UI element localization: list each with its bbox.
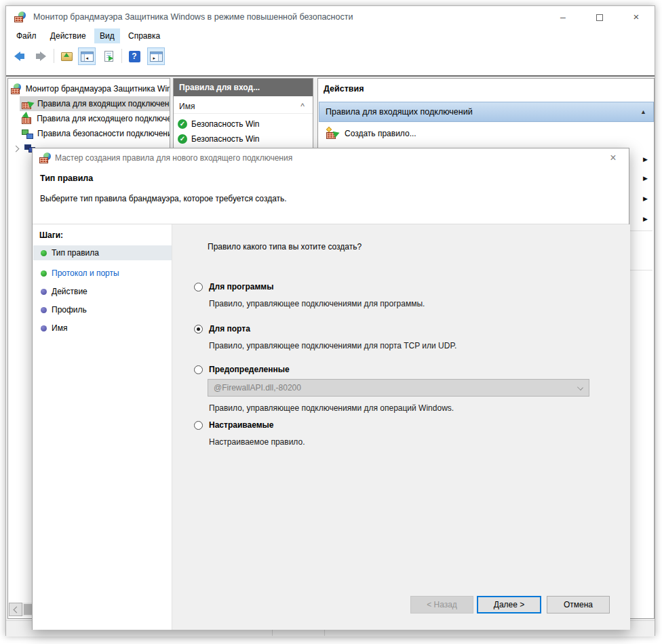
- tree-item-label: Правила безопасности подключения: [37, 129, 170, 138]
- step-bullet-icon: [41, 270, 47, 277]
- screen: Монитор брандмауэра Защитника Windows в …: [0, 0, 662, 644]
- outbound-rule-icon: [22, 114, 33, 124]
- console-tree-icon: ◂: [81, 52, 94, 62]
- submenu-arrow-icon: ▶: [643, 156, 648, 163]
- security-rules-icon: [22, 129, 33, 139]
- predefined-rules-dropdown[interactable]: @FirewallAPI.dll,-80200: [208, 379, 589, 397]
- firewall-icon: [14, 12, 26, 22]
- list-row[interactable]: ✓ Безопасность Win: [174, 132, 313, 146]
- tree-item-label: Правила для входящих подключений: [37, 99, 170, 108]
- menu-item-action[interactable]: Действие: [45, 28, 92, 43]
- option-desc-custom: Настраиваемое правило.: [209, 437, 305, 447]
- cancel-button[interactable]: Отмена: [547, 596, 610, 613]
- action-pane-icon: ▸: [150, 52, 163, 62]
- window-title: Монитор брандмауэра Защитника Windows в …: [33, 12, 353, 22]
- step-bullet-icon: [41, 250, 47, 256]
- question-text: Правило какого типа вы хотите создать?: [208, 242, 362, 251]
- minimize-button[interactable]: –: [545, 7, 581, 27]
- back-arrow-icon: [14, 52, 24, 61]
- tree-root[interactable]: Монитор брандмауэра Защитника Windows: [8, 81, 170, 96]
- radio-custom[interactable]: [194, 421, 203, 430]
- menubar: Файл Действие Вид Справка: [6, 28, 655, 45]
- option-label-custom[interactable]: Настраиваемые: [209, 420, 273, 430]
- radio-program[interactable]: [194, 283, 203, 291]
- page-subtitle: Выберите тип правила брандмауэра, которо…: [40, 194, 287, 203]
- chevron-left-icon: [14, 606, 20, 613]
- page-title: Тип правила: [40, 174, 93, 183]
- inbound-rule-icon: [22, 99, 33, 109]
- firewall-icon: [11, 83, 22, 94]
- column-header-name[interactable]: Имя ^: [174, 99, 313, 114]
- steps-panel: Шаги: Тип правила Протокол и порты Дейст…: [33, 224, 172, 630]
- up-level-button[interactable]: [58, 47, 75, 65]
- dialog-titlebar: Мастер создания правила для нового входя…: [33, 148, 629, 167]
- action-pane-toggle-button[interactable]: ▸: [147, 47, 165, 65]
- close-icon: ×: [634, 11, 640, 22]
- radio-predefined[interactable]: [194, 365, 203, 374]
- help-icon: ?: [129, 51, 140, 62]
- export-list-icon: [104, 51, 113, 62]
- expand-chevron-icon[interactable]: [13, 145, 20, 152]
- steps-label: Шаги:: [39, 230, 63, 240]
- step-label: Имя: [52, 323, 67, 333]
- menu-item-view[interactable]: Вид: [94, 28, 120, 43]
- console-tree-toggle-button[interactable]: ◂: [78, 47, 96, 65]
- submenu-arrow-icon: ▶: [643, 216, 648, 222]
- step-protocol-ports[interactable]: Протокол и порты: [33, 266, 172, 281]
- scroll-left-button[interactable]: [9, 603, 22, 616]
- step-name[interactable]: Имя: [33, 321, 172, 336]
- dropdown-value: @FirewallAPI.dll,-80200: [214, 383, 301, 393]
- radio-port[interactable]: [194, 325, 203, 334]
- step-label: Протокол и порты: [52, 268, 119, 278]
- action-label: Создать правило...: [345, 129, 416, 138]
- close-icon: ×: [610, 152, 616, 163]
- option-desc-program: Правило, управляющее подключениями для п…: [209, 299, 425, 308]
- actions-title: Действия: [324, 84, 364, 94]
- forward-arrow-icon: [36, 52, 46, 61]
- menu-item-file[interactable]: Файл: [11, 28, 42, 43]
- minimize-icon: –: [560, 12, 566, 22]
- actions-group-header[interactable]: Правила для входящих подключений ▲: [319, 102, 654, 122]
- collapse-icon[interactable]: ▲: [640, 108, 646, 115]
- dialog-title: Мастер создания правила для нового входя…: [55, 153, 292, 163]
- menu-item-help[interactable]: Справка: [123, 28, 166, 43]
- rule-name: Безопасность Win: [191, 119, 260, 129]
- folder-up-icon: [61, 52, 73, 61]
- tree-item-connection-security-rules[interactable]: Правила безопасности подключения: [8, 126, 170, 141]
- option-desc-predefined: Правило, управляющее подключениями для о…: [209, 403, 454, 413]
- actions-group-label: Правила для входящих подключений: [326, 107, 473, 117]
- option-desc-port: Правило, управляющее подключениями для п…: [209, 341, 456, 350]
- option-label-program[interactable]: Для программы: [209, 282, 273, 291]
- back-button[interactable]: < Назад: [410, 596, 473, 613]
- list-row[interactable]: ✓ Безопасность Win: [174, 117, 313, 132]
- step-rule-type[interactable]: Тип правила: [33, 245, 172, 260]
- export-list-button[interactable]: [100, 47, 117, 65]
- tree-item-inbound-rules[interactable]: Правила для входящих подключений: [8, 96, 170, 111]
- nav-back-button[interactable]: [10, 47, 28, 65]
- list-panel-header[interactable]: Правила для вход...: [174, 79, 313, 96]
- maximize-button[interactable]: [582, 7, 617, 27]
- action-new-rule[interactable]: Создать правило...: [318, 125, 653, 142]
- option-label-port[interactable]: Для порта: [209, 324, 250, 334]
- step-profile[interactable]: Профиль: [33, 302, 172, 317]
- dialog-close-button[interactable]: ×: [603, 149, 623, 167]
- step-bullet-icon: [41, 289, 47, 295]
- rule-name: Безопасность Win: [191, 134, 260, 144]
- next-button[interactable]: Далее >: [477, 596, 541, 613]
- titlebar: Монитор брандмауэра Защитника Windows в …: [6, 6, 655, 28]
- nav-forward-button[interactable]: [32, 47, 50, 65]
- tree-root-label: Монитор брандмауэра Защитника Windows: [26, 84, 170, 94]
- close-button[interactable]: ×: [619, 7, 654, 27]
- step-bullet-icon: [41, 325, 47, 331]
- tree-item-outbound-rules[interactable]: Правила для исходящего подключения: [8, 111, 170, 126]
- new-rule-wizard-dialog: Мастер создания правила для нового входя…: [32, 148, 629, 630]
- tree-item-label: Правила для исходящего подключения: [37, 114, 170, 123]
- sort-asc-icon[interactable]: ^: [300, 99, 305, 114]
- check-icon: ✓: [178, 134, 187, 144]
- toolbar-separator: [54, 49, 54, 63]
- help-button[interactable]: ?: [125, 47, 143, 65]
- option-label-predefined[interactable]: Предопределенные: [209, 365, 290, 374]
- step-bullet-icon: [41, 307, 47, 313]
- step-action[interactable]: Действие: [33, 284, 172, 299]
- chevron-down-icon: [577, 384, 583, 390]
